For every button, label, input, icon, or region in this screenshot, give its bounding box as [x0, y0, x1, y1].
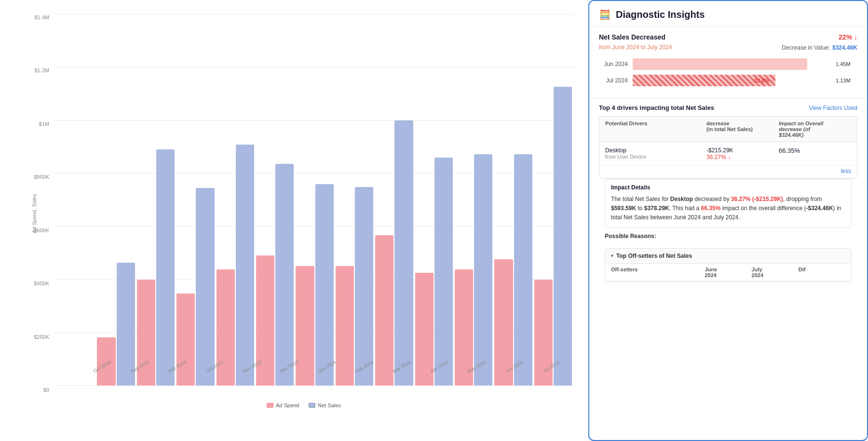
comp-row-jul: Jul 2024 -22.0% ↓ 1.13M: [599, 75, 857, 86]
bar-comparison: Jun 2024 1.45M Jul 2024 -22.0% ↓ 1.13M: [599, 58, 857, 86]
view-factors-link[interactable]: View Factors Used: [809, 105, 857, 111]
offsetters-title: Top Off-setters of Net Sales: [616, 253, 692, 259]
y-label-1_2m: $1.2M: [34, 67, 49, 73]
bar-group-may2024: [455, 154, 492, 386]
comp-pct-badge: -22.0% ↓: [752, 78, 773, 83]
x-axis: Oct 2009 Aug 2023 Sep 2023 Oct 2023 Nov …: [82, 361, 569, 386]
comp-value-jul: 1.13M: [836, 78, 857, 83]
dt-decrease-pct: 36.27% ↓: [706, 154, 779, 160]
dt-header-decrease: decrease(in total Net Sales): [706, 120, 779, 138]
drivers-title: Top 4 drivers impacting total Net Sales: [599, 104, 714, 111]
summary-section: Net Sales Decreased 22% ↓ from June 2024…: [589, 27, 867, 98]
offsetters-section: ▾ Top Off-setters of Net Sales Off-sette…: [605, 248, 852, 282]
panel-header: 🧮 Diagnostic Insights: [589, 1, 867, 27]
off-header-offsetters: Off-setters: [611, 267, 705, 278]
off-header-july2024: July2024: [752, 267, 799, 278]
y-label-400k: $400K: [34, 281, 49, 286]
dt-driver-name: Desktop: [605, 147, 706, 154]
legend-ad-spend: Ad Spend: [267, 402, 299, 408]
possible-reasons-title: Possible Reasons:: [605, 233, 852, 240]
possible-reasons: Possible Reasons:: [599, 233, 857, 248]
summary-title: Net Sales Decreased: [599, 33, 665, 41]
y-label-800k: $800K: [34, 174, 49, 180]
offsetters-table-header: Off-setters June2024 July2024 Dif: [605, 264, 851, 281]
bar-group-oct2023: [176, 188, 214, 386]
dt-less-link[interactable]: less: [599, 166, 857, 178]
dt-impact-pct: 66.35%: [779, 147, 851, 154]
diagnostic-icon: 🧮: [599, 9, 611, 20]
y-label-600k: $600K: [34, 227, 49, 233]
drivers-table: Potential Drivers decrease(in total Net …: [599, 116, 857, 179]
bar-group-nov2023: [217, 145, 254, 386]
comp-label-jun: Jun 2024: [599, 61, 628, 67]
chart-container: Ad Spend, Sales $1.4M $1.2M $1M $800K $6…: [29, 14, 579, 412]
y-label-200k: $200K: [34, 334, 49, 340]
bar-group-jun2024: [494, 154, 532, 386]
impact-details: Impact Details The total Net Sales for D…: [605, 179, 852, 228]
legend-net-sales: Net Sales: [309, 402, 341, 408]
legend-swatch-ad-spend: [267, 403, 273, 408]
drivers-section: Top 4 drivers impacting total Net Sales …: [589, 98, 867, 293]
bar-group-jul2024: [534, 87, 572, 386]
panel-title: Diagnostic Insights: [616, 9, 705, 20]
comp-bar-jul: -22.0% ↓: [633, 75, 831, 86]
legend-label-ad-spend: Ad Spend: [276, 402, 299, 408]
off-header-dif: Dif: [799, 267, 845, 278]
impact-text: The total Net Sales for Desktop decrease…: [611, 195, 845, 223]
decrease-value: $324.46K: [832, 44, 857, 51]
comp-value-jun: 1.45M: [836, 61, 857, 67]
offsetters-header[interactable]: ▾ Top Off-setters of Net Sales: [605, 249, 851, 264]
dt-data-row-desktop: Desktop from User Device -$215.29K 36.27…: [599, 142, 857, 166]
bar-group-jan2024: [296, 184, 333, 386]
legend-swatch-net-sales: [309, 403, 315, 408]
comp-bar-jun-fill: [633, 58, 807, 70]
bars-container: [55, 14, 574, 386]
y-label-1_4m: $1.4M: [34, 14, 49, 20]
impact-details-title: Impact Details: [611, 184, 845, 191]
drivers-header: Top 4 drivers impacting total Net Sales …: [599, 104, 857, 111]
summary-period: from June 2024 to July 2024: [599, 44, 672, 51]
summary-top-row: Net Sales Decreased 22% ↓: [599, 33, 857, 41]
summary-decrease: Decrease in Value: $324.46K: [782, 43, 857, 52]
bar-group-mar2024: [375, 120, 413, 386]
y-label-0: $0: [43, 387, 49, 393]
comp-bar-jun: [633, 58, 831, 70]
chart-legend: Ad Spend Net Sales: [267, 402, 341, 408]
bar-group-dec2023: [256, 164, 294, 386]
chart-plot: Oct 2009 Aug 2023 Sep 2023 Oct 2023 Nov …: [55, 14, 574, 386]
comp-bar-jul-fill: -22.0% ↓: [633, 75, 775, 86]
y-label-1m: $1M: [39, 121, 49, 127]
dt-header-potential-drivers: Potential Drivers: [605, 120, 706, 138]
dt-cell-decrease-val: -$215.29K 36.27% ↓: [706, 147, 779, 160]
off-header-june2024: June2024: [705, 267, 751, 278]
summary-sub-row: from June 2024 to July 2024 Decrease in …: [599, 43, 857, 52]
dt-decrease-amount: -$215.29K: [706, 147, 779, 154]
bar-group-apr2024: [415, 158, 453, 386]
comp-row-jun: Jun 2024 1.45M: [599, 58, 857, 70]
chart-area: Ad Spend, Sales $1.4M $1.2M $1M $800K $6…: [0, 0, 588, 441]
decrease-label: Decrease in Value:: [782, 44, 830, 51]
legend-label-net-sales: Net Sales: [318, 402, 341, 408]
dt-header-row: Potential Drivers decrease(in total Net …: [599, 117, 857, 142]
dt-sub-device: from User Device: [605, 154, 706, 160]
comp-label-jul: Jul 2024: [599, 77, 628, 84]
bar-group-sep2023: [137, 149, 175, 386]
offsetters-collapse-icon: ▾: [611, 253, 613, 258]
dt-header-impact: Impact on Overalldecrease (of$324.46K): [779, 120, 851, 138]
diagnostic-panel: 🧮 Diagnostic Insights Net Sales Decrease…: [588, 0, 868, 441]
summary-pct: 22% ↓: [839, 33, 857, 41]
dt-cell-desktop: Desktop from User Device: [605, 147, 706, 160]
y-axis: $1.4M $1.2M $1M $800K $600K $400K $200K …: [29, 14, 53, 393]
